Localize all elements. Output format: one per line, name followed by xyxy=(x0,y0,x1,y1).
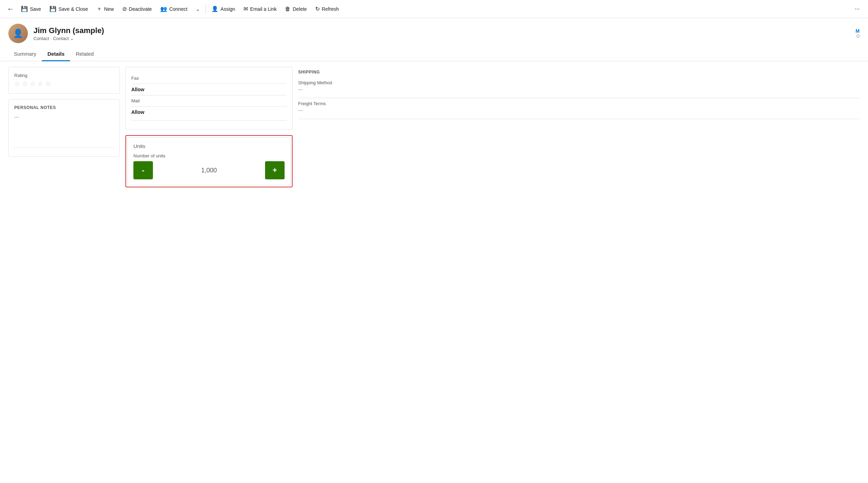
new-button[interactable]: ＋ New xyxy=(92,0,118,18)
user-initial: M xyxy=(855,28,860,34)
toolbar: ← 💾 Save 💾 Save & Close ＋ New ⊘ Deactiva… xyxy=(0,0,868,18)
deactivate-button[interactable]: ⊘ Deactivate xyxy=(118,0,156,18)
record-type: Contact · Contact ⌄ xyxy=(33,36,850,41)
rating-card: Rating ☆ ☆ ☆ ☆ ☆ xyxy=(8,67,120,94)
tab-bar: Summary Details Related xyxy=(0,47,868,61)
units-field-label: Number of units xyxy=(133,153,285,158)
personal-notes-card: PERSONAL NOTES --- xyxy=(8,99,120,157)
record-info: Jim Glynn (sample) Contact · Contact ⌄ xyxy=(33,26,850,41)
save-close-icon: 💾 xyxy=(49,6,56,12)
tab-related[interactable]: Related xyxy=(70,47,99,61)
fax-label: Fax xyxy=(131,76,287,81)
comms-card: Fax Allow Mail Allow xyxy=(125,67,293,130)
more-icon: ⋯ xyxy=(855,6,860,12)
email-icon: ✉ xyxy=(243,6,248,12)
refresh-button[interactable]: ↻ Refresh xyxy=(311,0,343,18)
tab-summary[interactable]: Summary xyxy=(8,47,42,61)
shipping-card: SHIPPING Shipping Method --- Freight Ter… xyxy=(298,67,860,125)
units-increment-button[interactable]: + xyxy=(265,161,285,179)
connect-button[interactable]: 👥 Connect xyxy=(156,0,192,18)
more-button[interactable]: ⋯ xyxy=(851,0,864,18)
chevron-down-icon[interactable]: ⌄ xyxy=(70,36,74,41)
middle-column: Fax Allow Mail Allow Units Number of uni… xyxy=(125,67,293,187)
star-rating[interactable]: ☆ ☆ ☆ ☆ ☆ xyxy=(14,79,114,88)
new-icon: ＋ xyxy=(96,5,102,13)
freight-terms-label: Freight Terms xyxy=(298,101,860,106)
back-icon: ← xyxy=(7,5,14,13)
star-5[interactable]: ☆ xyxy=(45,79,51,88)
toolbar-separator xyxy=(206,5,206,13)
rating-label: Rating xyxy=(14,73,114,78)
refresh-icon: ↻ xyxy=(315,6,320,12)
connect-icon: 👥 xyxy=(160,6,167,12)
chevron-down-icon: ⌄ xyxy=(196,6,200,12)
record-status: O xyxy=(857,34,860,39)
star-4[interactable]: ☆ xyxy=(37,79,44,88)
mail-value: Allow xyxy=(131,109,287,115)
right-column: SHIPPING Shipping Method --- Freight Ter… xyxy=(298,67,860,125)
record-header: 👤 Jim Glynn (sample) Contact · Contact ⌄… xyxy=(0,18,868,43)
units-value: 1,000 xyxy=(156,167,262,174)
record-name: Jim Glynn (sample) xyxy=(33,26,850,35)
main-content: Rating ☆ ☆ ☆ ☆ ☆ PERSONAL NOTES --- Fax … xyxy=(0,61,868,193)
assign-icon: 👤 xyxy=(211,6,218,12)
personal-notes-title: PERSONAL NOTES xyxy=(14,105,114,110)
units-card-wrapper: Units Number of units - 1,000 + xyxy=(125,135,293,187)
record-header-right: M O xyxy=(855,28,860,39)
delete-icon: 🗑 xyxy=(285,6,290,12)
shipping-method-value: --- xyxy=(298,87,860,92)
save-button[interactable]: 💾 Save xyxy=(17,0,45,18)
deactivate-icon: ⊘ xyxy=(122,6,127,12)
avatar: 👤 xyxy=(8,24,28,43)
freight-terms-value: --- xyxy=(298,108,860,113)
save-icon: 💾 xyxy=(21,6,28,12)
delete-button[interactable]: 🗑 Delete xyxy=(281,0,311,18)
shipping-title: SHIPPING xyxy=(298,70,860,75)
units-controls: - 1,000 + xyxy=(133,161,285,179)
star-1[interactable]: ☆ xyxy=(14,79,21,88)
units-card: Units Number of units - 1,000 + xyxy=(127,137,290,185)
mail-label: Mail xyxy=(131,98,287,103)
assign-button[interactable]: 👤 Assign xyxy=(207,0,239,18)
personal-notes-value: --- xyxy=(14,114,114,120)
back-button[interactable]: ← xyxy=(4,5,17,13)
shipping-method-label: Shipping Method xyxy=(298,80,860,85)
units-decrement-button[interactable]: - xyxy=(133,161,153,179)
email-link-button[interactable]: ✉ Email a Link xyxy=(239,0,281,18)
left-column: Rating ☆ ☆ ☆ ☆ ☆ PERSONAL NOTES --- xyxy=(8,67,120,157)
star-2[interactable]: ☆ xyxy=(22,79,28,88)
save-close-button[interactable]: 💾 Save & Close xyxy=(45,0,92,18)
connect-dropdown-button[interactable]: ⌄ xyxy=(192,0,204,18)
units-title: Units xyxy=(133,143,285,149)
star-3[interactable]: ☆ xyxy=(30,79,36,88)
fax-value: Allow xyxy=(131,87,287,92)
tab-details[interactable]: Details xyxy=(42,47,70,61)
